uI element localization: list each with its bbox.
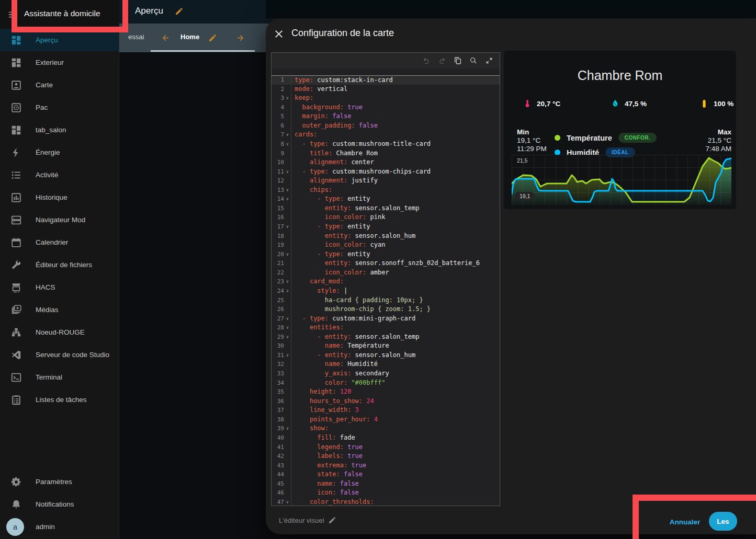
code-line-40[interactable]: 40 fill: fade [272, 433, 500, 443]
sidebar-footer-item-0[interactable]: Paramètres [0, 471, 119, 493]
code-line-44[interactable]: 44 state: false [272, 470, 500, 479]
sidebar-item-7[interactable]: Historique [0, 186, 119, 209]
arrow-left-icon[interactable] [161, 33, 170, 42]
code-line-23[interactable]: 23∨ card_mod: [272, 277, 500, 286]
chip-2[interactable]: 100 % [699, 99, 734, 108]
edit-pencil-icon[interactable] [175, 7, 184, 16]
code-line-12[interactable]: 12 alignment: justify [272, 176, 500, 186]
fold-arrow-icon[interactable]: ∨ [284, 250, 291, 259]
code-line-17[interactable]: 17∨ - type: entity [272, 222, 500, 232]
sidebar-item-14[interactable]: Serveur de code Studio [0, 343, 119, 366]
fold-arrow-icon[interactable]: ∨ [284, 167, 291, 177]
code-line-30[interactable]: 30 name: Température [272, 341, 500, 351]
code-line-19[interactable]: 19 icon_color: cyan [272, 240, 500, 250]
code-line-35[interactable]: 35 height: 120 [272, 387, 500, 397]
code-line-21[interactable]: 21 entity: sensor.sonoff_snzb_02d_batter… [272, 259, 500, 268]
code-line-4[interactable]: 4 background: true [272, 103, 500, 112]
code-line-1[interactable]: 1type: custom:stack-in-card [272, 75, 500, 85]
code-line-11[interactable]: 11∨ - type: custom:mushroom-chips-card [272, 167, 500, 177]
sidebar-item-3[interactable]: Pac [0, 96, 119, 119]
fold-arrow-icon[interactable]: ∨ [284, 222, 291, 232]
code-line-2[interactable]: 2mode: vertical [272, 85, 500, 94]
fold-arrow-icon[interactable]: ∨ [284, 332, 291, 342]
code-line-16[interactable]: 16 icon_color: pink [272, 213, 500, 222]
code-line-15[interactable]: 15 entity: sensor.salon_temp [272, 204, 500, 213]
edit-pencil-icon[interactable] [208, 33, 217, 42]
code-line-14[interactable]: 14∨ - type: entity [272, 194, 500, 204]
code-line-47[interactable]: 47∨ color_thresholds: [272, 498, 500, 507]
sidebar-item-9[interactable]: Calendrier [0, 231, 119, 254]
sidebar-item-4[interactable]: tab_salon [0, 119, 119, 141]
copy-icon[interactable] [454, 56, 462, 65]
sidebar-item-10[interactable]: Éditeur de fichiers [0, 254, 119, 276]
fold-arrow-icon[interactable]: ∨ [284, 186, 291, 195]
code-line-7[interactable]: 7∨cards: [272, 130, 500, 140]
code-line-27[interactable]: 27∨ - type: custom:mini-graph-card [272, 314, 500, 324]
code-line-38[interactable]: 38 points_per_hour: 4 [272, 415, 500, 425]
code-line-3[interactable]: 3∨keep: [272, 94, 500, 103]
code-line-18[interactable]: 18 entity: sensor.salon_hum [272, 232, 500, 241]
code-line-9[interactable]: 9 title: Chambre Rom [272, 149, 500, 158]
code-line-25[interactable]: 25 ha-card { padding: 10px; } [272, 296, 500, 305]
code-line-36[interactable]: 36 hours_to_show: 24 [272, 397, 500, 406]
tab-essai[interactable]: essai [128, 33, 144, 41]
code-line-37[interactable]: 37 line_width: 3 [272, 406, 500, 415]
code-line-42[interactable]: 42 labels: true [272, 452, 500, 461]
code-line-31[interactable]: 31∨ - entity: sensor.salon_hum [272, 351, 500, 360]
code-line-6[interactable]: 6 outer_padding: false [272, 121, 500, 131]
code-line-26[interactable]: 26 mushroom-chip { zoom: 1.5; } [272, 305, 500, 314]
code-line-24[interactable]: 24∨ style: | [272, 286, 500, 296]
fold-arrow-icon[interactable]: ∨ [284, 498, 291, 507]
fold-arrow-icon[interactable]: ∨ [284, 314, 291, 324]
code-line-46[interactable]: 46 icon: false [272, 488, 500, 498]
close-icon[interactable] [273, 28, 285, 40]
sidebar-item-15[interactable]: Terminal [0, 366, 119, 388]
sidebar-item-13[interactable]: Noeud-ROUGE [0, 321, 119, 343]
code-line-32[interactable]: 32 name: Humidité [272, 360, 500, 369]
sidebar-item-11[interactable]: HACSHACS [0, 276, 119, 299]
code-line-39[interactable]: 39∨ show: [272, 424, 500, 433]
sidebar-footer-item-1[interactable]: Notifications [0, 493, 119, 515]
sidebar-item-8[interactable]: Navigateur Mod [0, 209, 119, 231]
sidebar-item-user[interactable]: a admin [0, 515, 119, 538]
sidebar-item-6[interactable]: Activité [0, 164, 119, 186]
sidebar-item-5[interactable]: Énergie [0, 141, 119, 164]
code-line-45[interactable]: 45 name: false [272, 479, 500, 489]
code-line-8[interactable]: 8∨ - type: custom:mushroom-title-card [272, 140, 500, 149]
expand-icon[interactable] [485, 56, 493, 65]
sidebar-item-16[interactable]: Listes de tâches [0, 388, 119, 411]
code-line-13[interactable]: 13∨ chips: [272, 186, 500, 195]
fold-arrow-icon[interactable]: ∨ [284, 351, 291, 360]
fold-arrow-icon[interactable]: ∨ [284, 323, 291, 332]
redo-icon[interactable] [438, 56, 446, 65]
sidebar-item-2[interactable]: Carte [0, 74, 119, 96]
chip-1[interactable]: 47,5 % [611, 99, 647, 108]
chip-0[interactable]: 20,7 °C [523, 99, 560, 108]
fold-arrow-icon[interactable]: ∨ [284, 194, 291, 204]
code-line-20[interactable]: 20∨ - type: entity [272, 250, 500, 259]
sidebar-item-12[interactable]: Médias [0, 299, 119, 321]
fold-arrow-icon[interactable]: ∨ [284, 130, 291, 140]
code-line-28[interactable]: 28∨ entities: [272, 323, 500, 332]
tab-home[interactable]: Home [180, 33, 199, 41]
fold-arrow-icon[interactable]: ∨ [284, 286, 291, 296]
code-line-41[interactable]: 41 legend: true [272, 443, 500, 452]
code-line-34[interactable]: 34 color: "#00bfff" [272, 379, 500, 388]
code-line-5[interactable]: 5 margin: false [272, 112, 500, 121]
sidebar-item-1[interactable]: Exterieur [0, 51, 119, 74]
fold-arrow-icon[interactable]: ∨ [284, 424, 291, 433]
yaml-editor[interactable]: 1type: custom:stack-in-card2mode: vertic… [271, 52, 500, 506]
undo-icon[interactable] [422, 56, 431, 65]
arrow-right-icon[interactable] [236, 33, 245, 42]
code-area[interactable]: 1type: custom:stack-in-card2mode: vertic… [272, 68, 500, 512]
visual-editor-toggle[interactable]: L'éditeur visuel [279, 516, 336, 524]
code-line-33[interactable]: 33 y_axis: secondary [272, 369, 500, 379]
fold-arrow-icon[interactable]: ∨ [284, 94, 291, 103]
code-line-22[interactable]: 22 icon_color: amber [272, 268, 500, 278]
fold-arrow-icon[interactable]: ∨ [284, 140, 291, 149]
search-icon[interactable] [469, 56, 478, 65]
code-line-43[interactable]: 43 extrema: true [272, 461, 500, 471]
code-line-10[interactable]: 10 alignment: center [272, 158, 500, 167]
code-line-29[interactable]: 29∨ - entity: sensor.salon_temp [272, 332, 500, 342]
fold-arrow-icon[interactable]: ∨ [284, 277, 291, 286]
